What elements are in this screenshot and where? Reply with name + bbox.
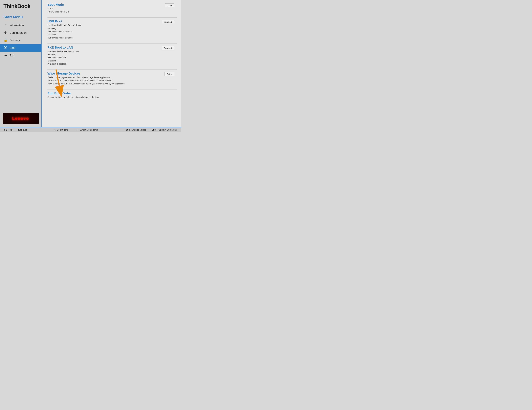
footer-f1-key: F1 bbox=[4, 128, 7, 131]
wipe-storage-row: Wipe Storage Devices If select "Enter", … bbox=[48, 72, 177, 85]
footer-esc-label: Exit bbox=[23, 128, 27, 131]
sidebar-item-security-label: Security bbox=[10, 39, 20, 42]
lenovo-logo-container: Lenovo bbox=[3, 113, 39, 124]
boot-icon bbox=[3, 46, 8, 50]
pxe-boot-row: PXE Boot to LAN Enable or disable PXE bo… bbox=[48, 46, 177, 65]
boot-mode-value: UEFI bbox=[165, 3, 174, 7]
footer-f5f6-label: Change Values bbox=[132, 128, 146, 131]
footer-select-item: ↑↓ Select Item bbox=[54, 128, 68, 131]
edit-boot-order-row: Edit Boot Order Change the Boot order by… bbox=[48, 91, 177, 99]
boot-mode-desc: [UEFI]For OS need pure UEFI. bbox=[48, 7, 177, 13]
sidebar-title: Start Menu bbox=[0, 12, 41, 22]
sidebar-item-security[interactable]: 🔒 Security bbox=[0, 36, 41, 44]
wipe-storage-title[interactable]: Wipe Storage Devices bbox=[48, 72, 177, 75]
wipe-storage-item: Wipe Storage Devices If select "Enter", … bbox=[48, 72, 177, 85]
wipe-storage-value: Enter bbox=[164, 72, 174, 76]
footer-f1: F1 Help bbox=[4, 128, 12, 131]
divider-1 bbox=[48, 17, 177, 18]
footer-esc: Esc Exit bbox=[18, 128, 27, 131]
sidebar-nav: ⌂ Information ⚙ Configuration 🔒 Security bbox=[0, 22, 41, 110]
lock-icon: 🔒 bbox=[3, 38, 8, 42]
footer-f5f6: F5/F6 Change Values bbox=[125, 128, 146, 131]
usb-boot-item: USB Boot Enable or disable boot for USB … bbox=[48, 19, 177, 39]
usb-boot-title[interactable]: USB Boot bbox=[48, 19, 177, 23]
sidebar-item-exit-label: Exit bbox=[10, 54, 14, 57]
sidebar: ThinkBook Start Menu ⌂ Information ⚙ Con… bbox=[0, 0, 42, 127]
footer-enter-key: Enter bbox=[152, 128, 157, 131]
wipe-storage-desc: If select "Enter", system will boot from… bbox=[48, 76, 177, 85]
footer-arrows-key: ↑↓ bbox=[54, 128, 56, 131]
sidebar-item-information-label: Information bbox=[10, 24, 24, 27]
pxe-boot-item: PXE Boot to LAN Enable or disable PXE bo… bbox=[48, 46, 177, 65]
boot-mode-item: Boot Mode [UEFI]For OS need pure UEFI. bbox=[48, 3, 177, 13]
usb-boot-value: Enabled bbox=[162, 20, 174, 24]
pxe-boot-title[interactable]: PXE Boot to LAN bbox=[48, 46, 177, 49]
edit-boot-section: Edit Boot Order Change the Boot order by… bbox=[48, 91, 177, 99]
sidebar-item-configuration[interactable]: ⚙ Configuration bbox=[0, 29, 41, 36]
config-icon: ⚙ bbox=[3, 31, 8, 35]
footer-enter-label: Select > Sub-Menu bbox=[158, 128, 177, 131]
edit-boot-order-desc: Change the Boot order by dragging and dr… bbox=[48, 96, 177, 99]
footer: F1 Help Esc Exit ↑↓ Select Item ← → Swit… bbox=[0, 127, 181, 132]
sidebar-item-exit[interactable]: ↪ Exit bbox=[0, 52, 41, 59]
svg-point-1 bbox=[5, 47, 6, 48]
pxe-boot-desc: Enable or disable PXE boot to LAN. [Enab… bbox=[48, 50, 177, 65]
footer-f5f6-key: F5/F6 bbox=[125, 128, 130, 131]
footer-f1-label: Help bbox=[8, 128, 12, 131]
footer-switch-menu: ← → Switch Menu Items bbox=[74, 128, 98, 131]
exit-icon: ↪ bbox=[3, 54, 8, 57]
edit-boot-order-item: Edit Boot Order Change the Boot order by… bbox=[48, 91, 177, 99]
sidebar-item-information[interactable]: ⌂ Information bbox=[0, 22, 41, 29]
lenovo-logo: Lenovo bbox=[3, 113, 39, 124]
usb-boot-row: USB Boot Enable or disable boot for USB … bbox=[48, 19, 177, 39]
sidebar-item-boot-label: Boot bbox=[10, 46, 15, 50]
usb-boot-desc: Enable or disable boot for USB device. [… bbox=[48, 24, 177, 39]
lenovo-text: Lenovo bbox=[12, 116, 29, 121]
footer-esc-key: Esc bbox=[18, 128, 22, 131]
footer-lr-label: Switch Menu Items bbox=[79, 128, 98, 131]
boot-mode-row: Boot Mode [UEFI]For OS need pure UEFI. U… bbox=[48, 3, 177, 13]
sidebar-item-boot[interactable]: Boot bbox=[0, 44, 41, 52]
edit-boot-order-title[interactable]: Edit Boot Order bbox=[48, 91, 177, 95]
divider-4 bbox=[48, 89, 177, 90]
home-icon: ⌂ bbox=[3, 23, 8, 27]
content-area: Boot Mode [UEFI]For OS need pure UEFI. U… bbox=[42, 0, 181, 127]
footer-enter: Enter Select > Sub-Menu bbox=[152, 128, 177, 131]
brand-name: ThinkBook bbox=[3, 3, 30, 9]
brand-logo: ThinkBook bbox=[0, 0, 41, 12]
boot-mode-title[interactable]: Boot Mode bbox=[48, 3, 177, 7]
footer-arrows-label: Select Item bbox=[57, 128, 68, 131]
sidebar-item-configuration-label: Configuration bbox=[10, 31, 27, 35]
footer-lr-key: ← → bbox=[74, 128, 78, 131]
pxe-boot-value: Enabled bbox=[162, 46, 174, 50]
